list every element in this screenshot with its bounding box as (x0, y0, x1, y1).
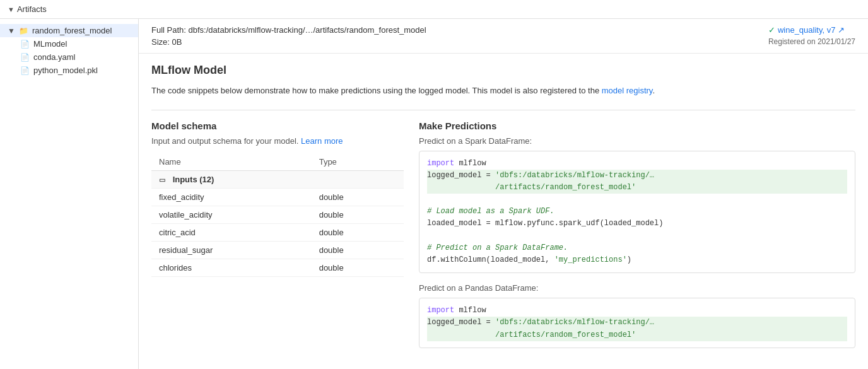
mlflow-text-2: mlflow (454, 306, 486, 315)
size-label: Size: (151, 37, 170, 47)
description: The code snippets below demonstrate how … (151, 85, 855, 97)
spark-subtitle: Predict on a Spark DataFrame: (419, 136, 855, 146)
field-type: double (312, 223, 404, 241)
file-icon: 📄 (20, 53, 30, 62)
path-value: dbfs:/databricks/mlflow-tracking/…/artif… (189, 25, 426, 35)
schema-table: Name Type ▭ Inputs (12) (151, 153, 404, 277)
inputs-group-label: ▭ Inputs (12) (151, 170, 404, 188)
registry-link[interactable]: ✓ wine_quality, v7 ↗ (768, 25, 855, 35)
field-name: residual_sugar (151, 241, 312, 259)
sidebar-item-label: random_forest_model (32, 26, 112, 35)
table-row: volatile_acidity double (151, 206, 404, 223)
two-col-layout: Model schema Input and output schema for… (151, 110, 855, 358)
predictions-title: Make Predictions (419, 120, 855, 131)
pandas-subtitle: Predict on a Pandas DataFrame: (419, 283, 855, 293)
field-name: chlorides (151, 259, 312, 276)
mlflow-text: mlflow (454, 159, 486, 168)
path-line: Full Path: dbfs:/databricks/mlflow-track… (151, 25, 426, 35)
info-bar-left: Full Path: dbfs:/databricks/mlflow-track… (151, 25, 426, 47)
collapse-icon: ▼ (8, 26, 15, 35)
size-line: Size: 0B (151, 37, 426, 47)
sidebar-item-conda-yaml[interactable]: 📄 conda.yaml (0, 50, 138, 64)
file-icon: 📄 (20, 66, 30, 75)
collapse-icon: ▭ (159, 176, 165, 184)
external-link-icon: ↗ (838, 25, 845, 35)
right-panel: Full Path: dbfs:/databricks/mlflow-track… (139, 19, 868, 369)
field-type: double (312, 259, 404, 276)
description-end: . (652, 86, 655, 95)
field-name: citric_acid (151, 223, 312, 241)
registered-date: Registered on 2021/01/27 (768, 37, 855, 46)
table-row: chlorides double (151, 259, 404, 276)
field-type: double (312, 188, 404, 206)
pandas-logged-model-line2: /artifacts/random_forest_model' (427, 329, 847, 341)
predictions-panel: Make Predictions Predict on a Spark Data… (419, 120, 855, 358)
col-name-header: Name (151, 153, 312, 171)
path-label: Full Path: (151, 25, 186, 35)
sidebar-item-random-forest-model[interactable]: ▼ 📁 random_forest_model (0, 24, 138, 37)
field-name: fixed_acidity (151, 188, 312, 206)
kw-import-2: import (427, 306, 454, 315)
size-val: 0B (172, 37, 182, 47)
comment-load: # Load model as a Spark UDF. (427, 207, 554, 216)
spark-code-block: import mlflow logged_model = 'dbfs:/data… (419, 151, 855, 274)
sidebar-item-python-model[interactable]: 📄 python_model.pkl (0, 64, 138, 77)
col-type-header: Type (312, 153, 404, 171)
table-row: fixed_acidity double (151, 188, 404, 206)
file-icon: 📄 (20, 40, 30, 49)
info-bar-right: ✓ wine_quality, v7 ↗ Registered on 2021/… (768, 25, 855, 46)
page-title: Artifacts (17, 4, 47, 14)
sidebar-item-label: MLmodel (33, 39, 67, 49)
info-bar: Full Path: dbfs:/databricks/mlflow-track… (139, 19, 868, 54)
predict-line: df.withColumn(loaded_model, 'my_predicti… (427, 255, 631, 264)
sidebar: ▼ 📁 random_forest_model 📄 MLmodel 📄 cond… (0, 19, 139, 369)
schema-title: Model schema (151, 120, 404, 131)
pandas-logged-model-line1: logged_model = 'dbfs:/databricks/mlflow-… (427, 317, 847, 329)
pandas-code-block: import mlflow logged_model = 'dbfs:/data… (419, 298, 855, 348)
field-type: double (312, 241, 404, 259)
field-name: volatile_acidity (151, 206, 312, 223)
registry-label: wine_quality, v7 (778, 25, 836, 35)
section-title: MLflow Model (151, 64, 855, 77)
kw-import: import (427, 159, 454, 168)
model-registry-link[interactable]: model registry (602, 86, 653, 95)
inputs-group-row[interactable]: ▭ Inputs (12) (151, 170, 404, 188)
table-row: residual_sugar double (151, 241, 404, 259)
logged-model-line2: /artifacts/random_forest_model' (427, 182, 847, 194)
content-area: MLflow Model The code snippets below dem… (139, 54, 868, 369)
description-text: The code snippets below demonstrate how … (151, 86, 599, 95)
check-icon: ✓ (768, 25, 775, 35)
schema-panel: Model schema Input and output schema for… (151, 120, 404, 358)
field-type: double (312, 206, 404, 223)
artifacts-header: ▼ Artifacts (0, 0, 868, 19)
folder-icon: 📁 (19, 26, 28, 35)
schema-subtitle-text: Input and output schema for your model. (151, 136, 298, 146)
comment-predict: # Predict on a Spark DataFrame. (427, 243, 568, 252)
sidebar-item-label: conda.yaml (33, 52, 75, 62)
sidebar-item-mlmodel[interactable]: 📄 MLmodel (0, 37, 138, 50)
sidebar-item-label: python_model.pkl (33, 66, 98, 75)
loaded-model-line: loaded_model = mlflow.pyfunc.spark_udf(l… (427, 219, 663, 228)
table-row: citric_acid double (151, 223, 404, 241)
schema-subtitle: Input and output schema for your model. … (151, 136, 404, 146)
main-area: ▼ 📁 random_forest_model 📄 MLmodel 📄 cond… (0, 19, 868, 369)
learn-more-link[interactable]: Learn more (301, 136, 343, 146)
chevron-icon: ▼ (8, 6, 15, 13)
logged-model-line1: logged_model = 'dbfs:/databricks/mlflow-… (427, 170, 847, 182)
